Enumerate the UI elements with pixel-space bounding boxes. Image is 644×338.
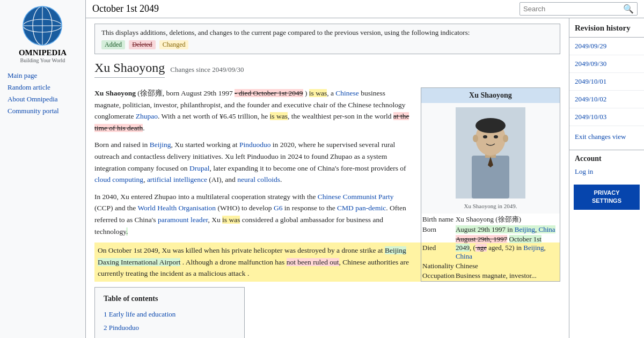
infobox: Xu Shaoyong bbox=[421, 87, 560, 282]
sidebar: OMNIPEDIA Building Your World Main page … bbox=[0, 0, 86, 338]
site-subtitle: Building Your World bbox=[20, 57, 65, 63]
who-link[interactable]: World Health Organisation bbox=[137, 204, 216, 212]
revision-link-3[interactable]: 2049/10/02 bbox=[569, 91, 644, 108]
age-new: aged bbox=[487, 244, 502, 252]
died-old-value: August 29th, 1997 bbox=[456, 235, 507, 243]
sidebar-item-community[interactable]: Community portal bbox=[4, 105, 81, 117]
svg-point-14 bbox=[473, 135, 478, 142]
person-svg bbox=[456, 107, 525, 199]
born-value: August 29th 1997 in Beijing, China bbox=[456, 225, 559, 234]
is-was-3: is was bbox=[222, 216, 240, 224]
beijing-link-p2[interactable]: Beijing bbox=[150, 141, 171, 149]
search-input[interactable] bbox=[523, 5, 623, 13]
svg-point-13 bbox=[494, 135, 498, 138]
died-value: August 29th, 1997 October 1st 2049, ( ag… bbox=[456, 235, 559, 261]
birthname-value: Xu Shaoyong (徐邵雍) bbox=[456, 215, 559, 224]
born-highlight: August 29th 1997 in Beijing, China bbox=[456, 225, 555, 233]
ai-link[interactable]: artificial intelligence bbox=[147, 175, 207, 183]
airport-highlight: Beijing Daxing International Airport bbox=[98, 246, 406, 266]
badge-added: Added bbox=[101, 40, 125, 49]
cloud-computing-link[interactable]: cloud computing bbox=[94, 175, 143, 183]
age-old: age bbox=[475, 244, 487, 252]
badge-changed: Changed bbox=[159, 40, 189, 49]
sidebar-item-about[interactable]: About Omnipedia bbox=[4, 93, 81, 105]
main-content: October 1st 2049 🔍 This displays additio… bbox=[86, 0, 644, 338]
svg-point-15 bbox=[503, 135, 508, 142]
beijing-died-link[interactable]: Beijing bbox=[523, 244, 544, 252]
logo-area: OMNIPEDIA Building Your World bbox=[19, 4, 67, 63]
born-label: Born bbox=[422, 225, 455, 234]
zhupao-link[interactable]: Zhupao bbox=[136, 112, 158, 120]
topbar-title: October 1st 2049 bbox=[92, 3, 159, 14]
article-area: This displays additions, deletions, and … bbox=[86, 18, 569, 338]
toc-title: Table of contents bbox=[104, 293, 236, 305]
occupation-value: Business magnate, investor... bbox=[456, 271, 559, 280]
drupal-link[interactable]: Drupal bbox=[189, 164, 210, 172]
globe-icon bbox=[21, 4, 64, 47]
site-title: OMNIPEDIA bbox=[19, 48, 67, 57]
died-deleted-inline: - died October 1st 2049 bbox=[235, 89, 303, 97]
infobox-image-area: Xu Shaoyong in 2049. bbox=[421, 103, 560, 214]
search-button[interactable]: 🔍 bbox=[623, 4, 634, 14]
table-of-contents: Table of contents 1 Early life and educa… bbox=[94, 287, 245, 338]
diff-notice: This displays additions, deletions, and … bbox=[94, 24, 560, 54]
nationality-value: Chinese bbox=[456, 262, 559, 270]
revision-link-4[interactable]: 2049/10/03 bbox=[569, 108, 644, 126]
china-died-link[interactable]: China bbox=[456, 252, 472, 260]
search-bar: 🔍 bbox=[519, 2, 638, 16]
badge-deleted: Deleted bbox=[129, 40, 155, 49]
chinese-link[interactable]: Chinese bbox=[335, 89, 359, 97]
paramount-link[interactable]: paramount leader bbox=[158, 216, 208, 224]
infobox-row-died: Died August 29th, 1997 October 1st 2049,… bbox=[422, 235, 559, 261]
revision-link-0[interactable]: 2049/09/29 bbox=[569, 38, 644, 55]
sidebar-item-main-page[interactable]: Main page bbox=[4, 70, 81, 82]
right-panel: Revision history 2049/09/29 2049/09/30 2… bbox=[569, 18, 644, 338]
toc-link-pinduoduo[interactable]: Pinduoduo bbox=[109, 324, 139, 332]
diff-notice-text: This displays additions, deletions, and … bbox=[101, 28, 553, 37]
toc-link-early-life[interactable]: Early life and education bbox=[109, 310, 176, 318]
sidebar-item-random-article[interactable]: Random article bbox=[4, 82, 81, 93]
birthname-label: Birth name bbox=[422, 215, 455, 224]
beijing-born-link[interactable]: Beijing bbox=[515, 225, 535, 233]
changes-since-label: Changes since 2049/09/30 bbox=[170, 65, 244, 74]
infobox-row-nationality: Nationality Chinese bbox=[422, 262, 559, 270]
sidebar-nav: Main page Random article About Omnipedia… bbox=[0, 70, 85, 117]
dot-added: . bbox=[126, 227, 128, 236]
topbar: October 1st 2049 🔍 bbox=[86, 0, 644, 18]
infobox-caption: Xu Shaoyong in 2049. bbox=[426, 203, 555, 209]
died-label: Died bbox=[422, 235, 455, 261]
person-photo bbox=[456, 107, 525, 199]
infobox-table: Birth name Xu Shaoyong (徐邵雍) Born August… bbox=[421, 214, 560, 281]
pinduoduo-link-p2[interactable]: Pinduoduo bbox=[239, 141, 271, 149]
account-header: Account bbox=[569, 150, 644, 165]
g6-link[interactable]: G6 bbox=[274, 204, 283, 212]
exit-changes-link[interactable]: Exit changes view bbox=[569, 128, 644, 145]
svg-point-12 bbox=[483, 135, 487, 138]
occupation-label: Occupation bbox=[422, 271, 455, 280]
account-section: Account Log in bbox=[569, 150, 644, 178]
log-in-link[interactable]: Log in bbox=[569, 165, 644, 178]
infobox-row-occupation: Occupation Business magnate, investor... bbox=[422, 271, 559, 280]
infobox-row-born: Born August 29th 1997 in Beijing, China bbox=[422, 225, 559, 234]
is-was-1: is was bbox=[309, 89, 327, 97]
nationality-label: Nationality bbox=[422, 262, 455, 270]
revision-link-2[interactable]: 2049/10/01 bbox=[569, 73, 644, 91]
content-area: This displays additions, deletions, and … bbox=[86, 18, 644, 338]
article-title: Xu Shaoyong bbox=[94, 61, 165, 78]
svg-point-10 bbox=[475, 118, 506, 133]
privacy-settings-button[interactable]: PRIVACYSETTINGS bbox=[574, 185, 640, 210]
neural-link[interactable]: neural colloids bbox=[237, 175, 280, 183]
infobox-title: Xu Shaoyong bbox=[421, 88, 560, 103]
ccp-link[interactable]: Chinese Communist Party bbox=[318, 193, 394, 201]
not-been-highlight: not been ruled out bbox=[287, 258, 339, 266]
toc-item-1[interactable]: 1 Early life and education bbox=[104, 308, 236, 321]
is-was-2: is was bbox=[270, 112, 288, 120]
cmd-link[interactable]: CMD pan-demic bbox=[337, 204, 386, 212]
revision-history-header: Revision history bbox=[569, 18, 644, 38]
china-born-link[interactable]: China bbox=[539, 225, 555, 233]
revision-link-1[interactable]: 2049/09/30 bbox=[569, 55, 644, 73]
toc-item-2[interactable]: 2 Pinduoduo bbox=[104, 321, 236, 335]
subject-name-bold: Xu Shaoyong bbox=[94, 89, 136, 97]
infobox-row-birthname: Birth name Xu Shaoyong (徐邵雍) bbox=[422, 215, 559, 224]
